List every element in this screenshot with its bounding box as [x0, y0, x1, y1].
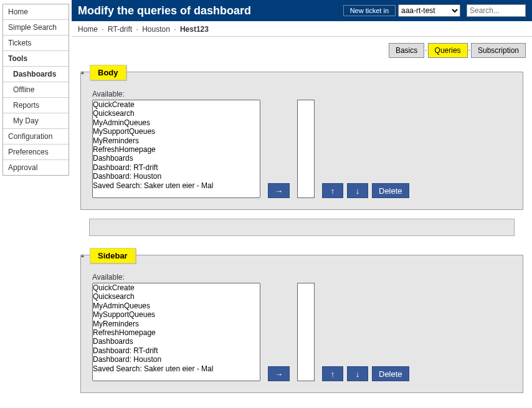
sidebar-panel: ▴ Sidebar Available: QuickCreate Quickse… — [80, 255, 523, 393]
crumb-houston[interactable]: Houston — [142, 25, 170, 34]
sidebar-available-label: Available: — [92, 273, 511, 282]
tab-subscription[interactable]: Subscription — [471, 43, 526, 58]
nav-tickets[interactable]: Tickets — [3, 36, 69, 51]
nav-simple-search[interactable]: Simple Search — [3, 20, 69, 36]
search-input[interactable] — [467, 4, 526, 17]
sidebar-panel-title: Sidebar — [90, 248, 136, 263]
sidebar-delete-button[interactable]: Delete — [372, 366, 409, 381]
left-nav: Home Simple Search Tickets Tools Dashboa… — [0, 0, 72, 408]
panel-divider — [89, 219, 515, 236]
sidebar-down-button[interactable]: ↓ — [347, 366, 368, 381]
collapse-sidebar-icon[interactable]: ▴ — [81, 252, 84, 259]
sidebar-add-button[interactable]: → — [268, 366, 290, 381]
crumb-current: Hest123 — [180, 25, 209, 34]
crumb-home[interactable]: Home — [78, 25, 98, 34]
nav-preferences[interactable]: Preferences — [3, 145, 69, 160]
nav-offline[interactable]: Offline — [3, 82, 69, 98]
crumb-rtdrift[interactable]: RT-drift — [108, 25, 132, 34]
tab-queries[interactable]: Queries — [428, 43, 468, 58]
collapse-body-icon[interactable]: ▴ — [81, 69, 84, 75]
nav-reports[interactable]: Reports — [3, 98, 69, 113]
body-panel-title: Body — [90, 65, 126, 80]
nav-home[interactable]: Home — [3, 4, 69, 20]
body-panel: ▴ Body Available: QuickCreate Quicksearc… — [80, 72, 523, 210]
nav-myday[interactable]: My Day — [3, 113, 69, 129]
nav-dashboards[interactable]: Dashboards — [3, 67, 69, 82]
body-down-button[interactable]: ↓ — [347, 183, 368, 198]
body-selected-list[interactable] — [297, 100, 315, 198]
body-available-list[interactable]: QuickCreate Quicksearch MyAdminQueues My… — [92, 100, 260, 198]
nav-configuration[interactable]: Configuration — [3, 129, 69, 145]
nav-tools[interactable]: Tools — [3, 51, 69, 67]
sidebar-available-list[interactable]: QuickCreate Quicksearch MyAdminQueues My… — [92, 283, 260, 381]
dashboard-tabs: Basics · Queries · Subscription — [389, 43, 526, 58]
body-delete-button[interactable]: Delete — [372, 183, 409, 198]
nav-approval[interactable]: Approval — [3, 160, 69, 175]
body-add-button[interactable]: → — [268, 183, 290, 198]
queue-select[interactable]: aaa-rt-test — [398, 4, 460, 17]
body-available-label: Available: — [92, 90, 511, 98]
new-ticket-button[interactable]: New ticket in — [343, 5, 396, 16]
breadcrumb: Home · RT-drift · Houston · Hest123 — [72, 21, 532, 37]
sidebar-up-button[interactable]: ↑ — [322, 366, 343, 381]
tab-basics[interactable]: Basics — [389, 43, 424, 58]
page-title: Modify the queries of dashboard — [78, 4, 343, 17]
top-bar: Modify the queries of dashboard New tick… — [72, 0, 532, 21]
sidebar-selected-list[interactable] — [297, 283, 315, 381]
body-up-button[interactable]: ↑ — [322, 183, 343, 198]
